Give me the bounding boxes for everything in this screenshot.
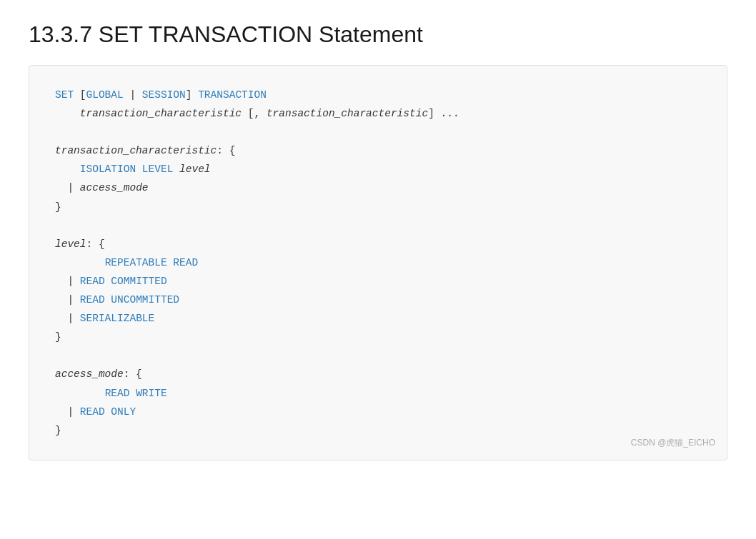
empty-line-3 <box>55 346 701 365</box>
code-block: SET [GLOBAL | SESSION] TRANSACTION trans… <box>29 65 727 460</box>
code-line-access-close: } <box>55 421 701 440</box>
code-line-1: SET [GLOBAL | SESSION] TRANSACTION <box>55 86 701 104</box>
watermark: CSDN @虎猫_EICHO <box>631 435 715 451</box>
code-line-read-committed: | READ COMMITTED <box>55 272 701 291</box>
code-line-repeatable-read: REPEATABLE READ <box>55 253 701 272</box>
code-line-read-uncommitted: | READ UNCOMMITTED <box>55 291 701 309</box>
keyword-global: GLOBAL <box>86 89 124 101</box>
italic-access-mode: access_mode <box>80 182 149 193</box>
code-line-tc-close: } <box>55 198 701 216</box>
italic-tc2: transaction_characteristic <box>267 108 428 119</box>
code-line-access-def: access_mode: { <box>55 365 701 383</box>
keyword-read-only: READ ONLY <box>80 406 136 418</box>
code-line-serializable: | SERIALIZABLE <box>55 309 701 328</box>
code-line-level-close: } <box>55 328 701 346</box>
code-line-tc-def: transaction_characteristic: { <box>55 141 701 160</box>
keyword-transaction: TRANSACTION <box>198 89 267 101</box>
keyword-read-committed: READ COMMITTED <box>80 276 167 287</box>
italic-level-label: level <box>55 238 86 250</box>
italic-level: level <box>179 163 211 175</box>
code-line-isolation: ISOLATION LEVEL level <box>55 160 701 178</box>
keyword-read-write: READ WRITE <box>105 388 167 399</box>
code-line-read-write: READ WRITE <box>55 384 701 403</box>
keyword-session: SESSION <box>142 89 186 101</box>
keyword-set: SET <box>55 89 74 101</box>
code-line-level-def: level: { <box>55 235 701 253</box>
code-line-2: transaction_characteristic [, transactio… <box>55 104 701 123</box>
keyword-serializable: SERIALIZABLE <box>80 313 154 324</box>
italic-tc-label: transaction_characteristic <box>55 145 217 156</box>
code-line-access-mode: | access_mode <box>55 178 701 197</box>
empty-line-1 <box>55 123 701 141</box>
code-line-read-only: | READ ONLY <box>55 403 701 421</box>
empty-line-2 <box>55 216 701 235</box>
keyword-repeatable-read: REPEATABLE READ <box>105 257 199 268</box>
keyword-read-uncommitted: READ UNCOMMITTED <box>80 294 179 306</box>
keyword-isolation-level: ISOLATION LEVEL <box>80 163 174 175</box>
italic-tc1: transaction_characteristic <box>80 108 242 119</box>
italic-access-label: access_mode <box>55 368 124 380</box>
page-title: 13.3.7 SET TRANSACTION Statement <box>29 21 727 48</box>
